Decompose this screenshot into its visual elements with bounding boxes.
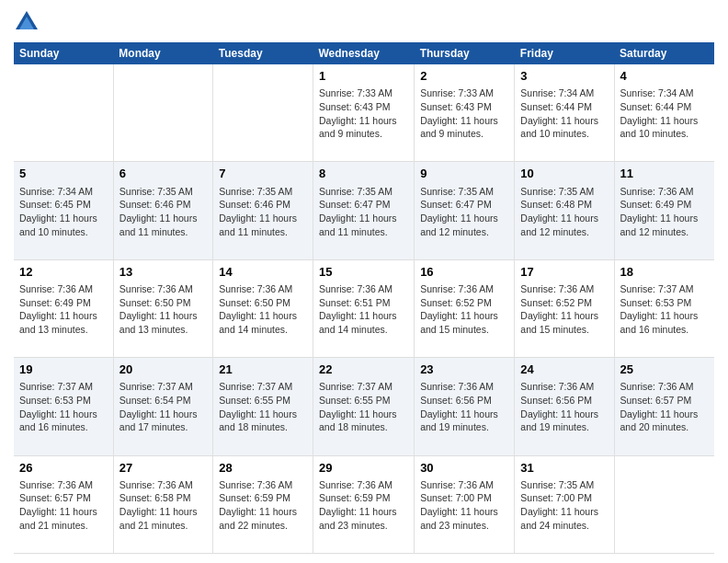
- page: SundayMondayTuesdayWednesdayThursdayFrid…: [0, 0, 728, 563]
- day-info: Sunrise: 7:37 AMSunset: 6:54 PMDaylight:…: [119, 380, 207, 434]
- calendar-cell: 6Sunrise: 7:35 AMSunset: 6:46 PMDaylight…: [113, 162, 212, 259]
- calendar-cell: 11Sunrise: 7:36 AMSunset: 6:49 PMDayligh…: [614, 162, 714, 259]
- day-number: 21: [219, 362, 307, 378]
- day-info: Sunrise: 7:36 AMSunset: 6:56 PMDaylight:…: [520, 380, 608, 434]
- calendar-cell: 10Sunrise: 7:35 AMSunset: 6:48 PMDayligh…: [515, 162, 614, 259]
- weekday-header-row: SundayMondayTuesdayWednesdayThursdayFrid…: [14, 42, 714, 64]
- calendar-cell: 17Sunrise: 7:36 AMSunset: 6:52 PMDayligh…: [515, 259, 614, 357]
- calendar-week-3: 12Sunrise: 7:36 AMSunset: 6:49 PMDayligh…: [14, 259, 714, 357]
- day-number: 5: [19, 166, 108, 182]
- day-info: Sunrise: 7:33 AMSunset: 6:43 PMDaylight:…: [420, 86, 508, 141]
- day-number: 19: [19, 362, 108, 378]
- calendar-body: 1Sunrise: 7:33 AMSunset: 6:43 PMDaylight…: [14, 64, 714, 554]
- calendar-cell: 1Sunrise: 7:33 AMSunset: 6:43 PMDaylight…: [313, 64, 414, 162]
- calendar-cell: 5Sunrise: 7:34 AMSunset: 6:45 PMDaylight…: [14, 162, 113, 259]
- day-number: 20: [119, 362, 207, 378]
- weekday-header-thursday: Thursday: [415, 42, 515, 64]
- day-info: Sunrise: 7:36 AMSunset: 6:57 PMDaylight:…: [19, 478, 108, 533]
- day-number: 26: [19, 460, 108, 477]
- weekday-header-friday: Friday: [515, 42, 614, 64]
- day-info: Sunrise: 7:36 AMSunset: 6:49 PMDaylight:…: [19, 282, 108, 337]
- day-info: Sunrise: 7:36 AMSunset: 6:52 PMDaylight:…: [420, 282, 508, 337]
- day-info: Sunrise: 7:36 AMSunset: 6:51 PMDaylight:…: [319, 282, 408, 337]
- day-info: Sunrise: 7:33 AMSunset: 6:43 PMDaylight:…: [319, 86, 408, 141]
- day-info: Sunrise: 7:34 AMSunset: 6:44 PMDaylight:…: [620, 86, 710, 141]
- day-info: Sunrise: 7:37 AMSunset: 6:55 PMDaylight:…: [319, 380, 408, 434]
- day-number: 25: [620, 362, 710, 378]
- day-info: Sunrise: 7:36 AMSunset: 6:56 PMDaylight:…: [420, 380, 508, 434]
- calendar-week-5: 26Sunrise: 7:36 AMSunset: 6:57 PMDayligh…: [14, 455, 714, 553]
- day-number: 2: [420, 68, 508, 85]
- calendar-cell: 18Sunrise: 7:37 AMSunset: 6:53 PMDayligh…: [614, 259, 714, 357]
- calendar-cell: 23Sunrise: 7:36 AMSunset: 6:56 PMDayligh…: [415, 358, 515, 455]
- day-number: 3: [520, 68, 608, 85]
- calendar-cell: 4Sunrise: 7:34 AMSunset: 6:44 PMDaylight…: [614, 64, 714, 162]
- calendar-table: SundayMondayTuesdayWednesdayThursdayFrid…: [14, 42, 714, 554]
- weekday-header-saturday: Saturday: [614, 42, 714, 64]
- calendar-week-2: 5Sunrise: 7:34 AMSunset: 6:45 PMDaylight…: [14, 162, 714, 259]
- day-info: Sunrise: 7:36 AMSunset: 6:59 PMDaylight:…: [219, 478, 307, 533]
- day-number: 4: [620, 68, 710, 85]
- day-info: Sunrise: 7:35 AMSunset: 6:46 PMDaylight:…: [119, 185, 207, 239]
- day-number: 29: [319, 460, 408, 477]
- calendar-cell: 24Sunrise: 7:36 AMSunset: 6:56 PMDayligh…: [515, 358, 614, 455]
- day-number: 31: [520, 460, 608, 477]
- calendar-cell: 31Sunrise: 7:35 AMSunset: 7:00 PMDayligh…: [515, 455, 614, 553]
- calendar-cell: [113, 64, 212, 162]
- day-number: 9: [420, 166, 508, 182]
- day-number: 30: [420, 460, 508, 477]
- day-info: Sunrise: 7:34 AMSunset: 6:44 PMDaylight:…: [520, 86, 608, 141]
- calendar-cell: 2Sunrise: 7:33 AMSunset: 6:43 PMDaylight…: [415, 64, 515, 162]
- day-number: 16: [420, 264, 508, 281]
- calendar-cell: 8Sunrise: 7:35 AMSunset: 6:47 PMDaylight…: [313, 162, 414, 259]
- calendar-header: SundayMondayTuesdayWednesdayThursdayFrid…: [14, 42, 714, 64]
- day-number: 11: [620, 166, 710, 182]
- day-number: 6: [119, 166, 207, 182]
- weekday-header-monday: Monday: [113, 42, 212, 64]
- calendar-cell: 21Sunrise: 7:37 AMSunset: 6:55 PMDayligh…: [213, 358, 313, 455]
- calendar-cell: 14Sunrise: 7:36 AMSunset: 6:50 PMDayligh…: [213, 259, 313, 357]
- day-info: Sunrise: 7:35 AMSunset: 6:48 PMDaylight:…: [520, 185, 608, 239]
- weekday-header-tuesday: Tuesday: [213, 42, 313, 64]
- day-number: 13: [119, 264, 207, 281]
- day-info: Sunrise: 7:37 AMSunset: 6:55 PMDaylight:…: [219, 380, 307, 434]
- calendar-cell: 7Sunrise: 7:35 AMSunset: 6:46 PMDaylight…: [213, 162, 313, 259]
- day-info: Sunrise: 7:36 AMSunset: 6:50 PMDaylight:…: [219, 282, 307, 337]
- day-number: 1: [319, 68, 408, 85]
- day-info: Sunrise: 7:36 AMSunset: 6:58 PMDaylight:…: [119, 478, 207, 533]
- day-number: 23: [420, 362, 508, 378]
- logo: [14, 9, 43, 35]
- calendar-week-1: 1Sunrise: 7:33 AMSunset: 6:43 PMDaylight…: [14, 64, 714, 162]
- calendar-cell: 29Sunrise: 7:36 AMSunset: 6:59 PMDayligh…: [313, 455, 414, 553]
- calendar-cell: 13Sunrise: 7:36 AMSunset: 6:50 PMDayligh…: [113, 259, 212, 357]
- day-info: Sunrise: 7:36 AMSunset: 6:59 PMDaylight:…: [319, 478, 408, 533]
- day-info: Sunrise: 7:36 AMSunset: 6:49 PMDaylight:…: [620, 185, 710, 239]
- day-number: 18: [620, 264, 710, 281]
- calendar-cell: 30Sunrise: 7:36 AMSunset: 7:00 PMDayligh…: [415, 455, 515, 553]
- calendar-cell: 22Sunrise: 7:37 AMSunset: 6:55 PMDayligh…: [313, 358, 414, 455]
- weekday-header-sunday: Sunday: [14, 42, 113, 64]
- day-number: 27: [119, 460, 207, 477]
- calendar-cell: 20Sunrise: 7:37 AMSunset: 6:54 PMDayligh…: [113, 358, 212, 455]
- calendar-cell: 19Sunrise: 7:37 AMSunset: 6:53 PMDayligh…: [14, 358, 113, 455]
- day-info: Sunrise: 7:35 AMSunset: 6:47 PMDaylight:…: [319, 185, 408, 239]
- day-info: Sunrise: 7:36 AMSunset: 6:50 PMDaylight:…: [119, 282, 207, 337]
- day-info: Sunrise: 7:35 AMSunset: 6:46 PMDaylight:…: [219, 185, 307, 239]
- calendar-cell: 16Sunrise: 7:36 AMSunset: 6:52 PMDayligh…: [415, 259, 515, 357]
- day-number: 17: [520, 264, 608, 281]
- day-number: 10: [520, 166, 608, 182]
- day-info: Sunrise: 7:35 AMSunset: 6:47 PMDaylight:…: [420, 185, 508, 239]
- day-info: Sunrise: 7:35 AMSunset: 7:00 PMDaylight:…: [520, 478, 608, 533]
- calendar-cell: [14, 64, 113, 162]
- day-number: 22: [319, 362, 408, 378]
- day-info: Sunrise: 7:37 AMSunset: 6:53 PMDaylight:…: [620, 282, 710, 337]
- calendar-cell: 25Sunrise: 7:36 AMSunset: 6:57 PMDayligh…: [614, 358, 714, 455]
- day-info: Sunrise: 7:36 AMSunset: 6:57 PMDaylight:…: [620, 380, 710, 434]
- calendar-cell: [213, 64, 313, 162]
- calendar-cell: 26Sunrise: 7:36 AMSunset: 6:57 PMDayligh…: [14, 455, 113, 553]
- day-number: 24: [520, 362, 608, 378]
- day-info: Sunrise: 7:37 AMSunset: 6:53 PMDaylight:…: [19, 380, 108, 434]
- weekday-header-wednesday: Wednesday: [313, 42, 414, 64]
- day-info: Sunrise: 7:36 AMSunset: 6:52 PMDaylight:…: [520, 282, 608, 337]
- calendar-week-4: 19Sunrise: 7:37 AMSunset: 6:53 PMDayligh…: [14, 358, 714, 455]
